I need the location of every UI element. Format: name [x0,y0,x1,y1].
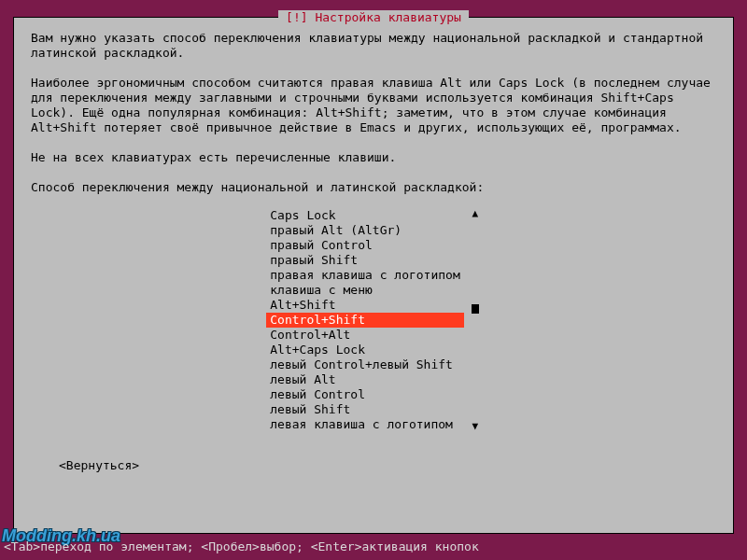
option-item[interactable]: левый Shift [266,402,464,417]
dialog-title-bar: [!] Настройка клавиатуры [14,10,733,25]
keyboard-config-dialog: [!] Настройка клавиатуры Вам нужно указа… [13,17,734,534]
option-item[interactable]: левый Control+левый Shift [266,357,464,372]
dialog-title: [!] Настройка клавиатуры [278,10,469,25]
paragraph-1: Вам нужно указать способ переключения кл… [31,31,716,61]
option-item[interactable]: Control+Shift [266,313,464,328]
prompt-label: Способ переключения между национальной и… [31,180,716,195]
footer-hint: <Tab>переход по элементам; <Пробел>выбор… [4,539,479,554]
option-item[interactable]: правый Alt (AltGr) [266,223,464,238]
dialog-content: Вам нужно указать способ переключения кл… [14,18,733,486]
paragraph-3: Не на всех клавиатурах есть перечисленны… [31,150,716,165]
option-item[interactable]: Caps Lock [266,208,464,223]
option-item[interactable]: клавиша с меню [266,283,464,298]
option-item[interactable]: правая клавиша с логотипом [266,268,464,283]
option-item[interactable]: левый Control [266,387,464,402]
option-item[interactable]: правый Shift [266,253,464,268]
option-item[interactable]: левая клавиша с логотипом [266,417,464,432]
options-list-wrap: Caps Lockправый Alt (AltGr)правый Contro… [31,208,716,432]
option-item[interactable]: Alt+Shift [266,298,464,313]
scrollbar[interactable]: ▲ ▼ [470,208,481,432]
options-list[interactable]: Caps Lockправый Alt (AltGr)правый Contro… [266,208,481,432]
scroll-track[interactable] [472,219,479,421]
option-item[interactable]: левый Alt [266,372,464,387]
option-item[interactable]: правый Control [266,238,464,253]
paragraph-2: Наиболее эргономичным способом считаются… [31,76,716,135]
scroll-up-icon[interactable]: ▲ [472,208,478,219]
option-item[interactable]: Control+Alt [266,328,464,343]
option-item[interactable]: Alt+Caps Lock [266,343,464,357]
scroll-down-icon[interactable]: ▼ [472,421,478,432]
back-button[interactable]: <Вернуться> [59,458,139,473]
scroll-thumb[interactable] [472,304,479,314]
